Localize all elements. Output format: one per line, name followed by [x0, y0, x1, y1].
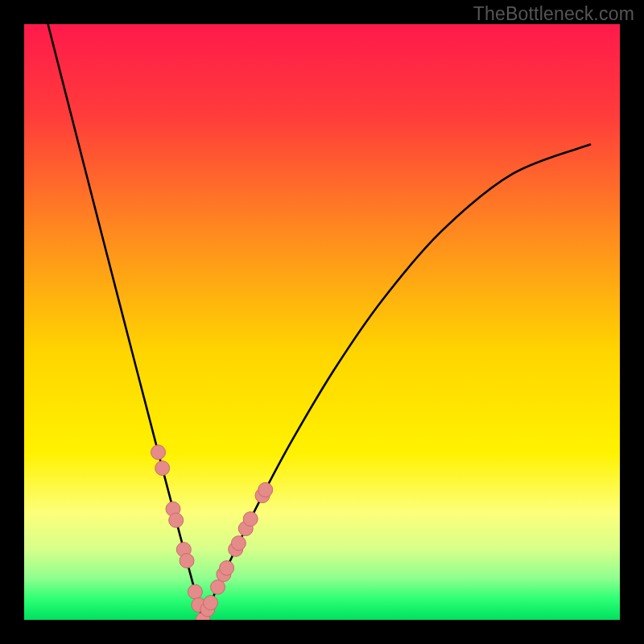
curve-marker: [169, 513, 184, 527]
plot-area: [24, 24, 620, 620]
curve-marker: [243, 512, 258, 526]
bottleneck-curve: [24, 24, 620, 620]
curve-marker: [151, 445, 166, 460]
curve-marker: [231, 536, 246, 551]
curve-marker: [204, 596, 218, 610]
curve-marker: [188, 584, 202, 599]
curve-marker: [258, 482, 273, 497]
curve-marker: [211, 580, 225, 594]
curve-marker: [180, 554, 194, 568]
watermark-text: TheBottleneck.com: [473, 3, 634, 25]
curve-marker: [220, 561, 234, 576]
curve-marker: [155, 461, 170, 476]
